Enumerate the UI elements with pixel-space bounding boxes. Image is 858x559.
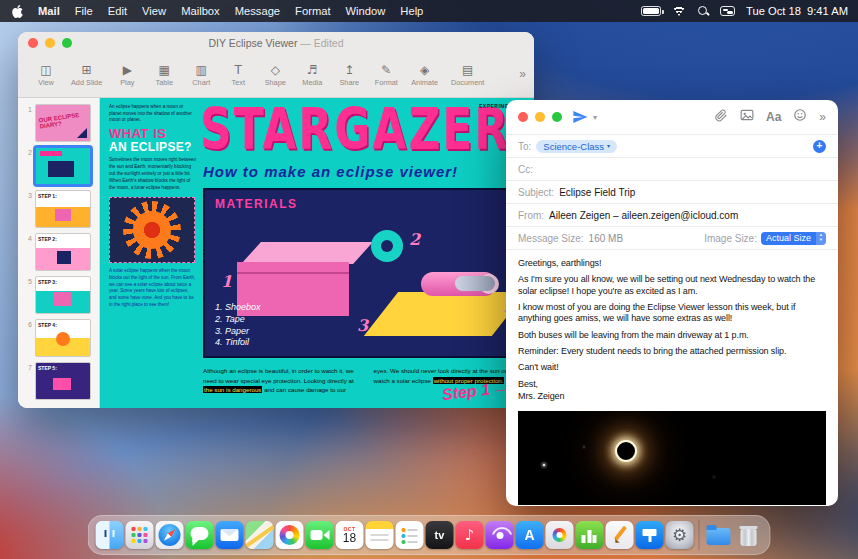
app-store-dock-icon[interactable] [516, 521, 544, 549]
image-size-select[interactable]: Actual Size [761, 232, 826, 245]
attach-icon[interactable] [715, 108, 728, 126]
menu-item-message[interactable]: Message [235, 5, 280, 17]
table-icon: ▦ [159, 64, 170, 76]
keynote-tool-share[interactable]: ↥Share [337, 64, 361, 87]
slide-thumbnail-3[interactable]: 3STEP 1: [20, 190, 94, 228]
notes-dock-icon[interactable] [366, 521, 394, 549]
launchpad-dock-icon[interactable] [126, 521, 154, 549]
menu-clock[interactable]: Tue Oct 189:41 AM [746, 5, 848, 17]
close-button[interactable] [518, 112, 528, 122]
paper-illustration [364, 292, 526, 336]
safari-dock-icon[interactable] [156, 521, 184, 549]
slide-thumbnail-1[interactable]: 1OUR ECLIPSE DIARY? [20, 104, 94, 142]
zoom-button[interactable] [552, 112, 562, 122]
mail-dock-icon[interactable] [216, 521, 244, 549]
message-body[interactable]: Greetings, earthlings!As I'm sure you al… [506, 249, 838, 411]
music-dock-icon[interactable] [456, 521, 484, 549]
shape-icon: ◇ [271, 64, 280, 76]
maps-dock-icon[interactable] [246, 521, 274, 549]
photos-dock-icon[interactable] [276, 521, 304, 549]
menu-item-view[interactable]: View [142, 5, 166, 17]
apple-menu-icon[interactable] [12, 5, 23, 18]
to-field[interactable]: To: Science-Class [506, 134, 838, 157]
format-icon[interactable]: Aa [766, 110, 781, 124]
from-value: Aileen Zeigen – aileen.zeigen@icloud.com [549, 210, 738, 221]
window-title: DIY Eclipse Viewer — Edited [18, 37, 534, 49]
more-icon[interactable] [819, 110, 826, 124]
shoebox-illustration [241, 242, 373, 264]
keynote-tool-animate[interactable]: ◈Animate [411, 64, 438, 87]
subject-field[interactable]: Subject: Eclipse Field Trip [506, 180, 838, 203]
slide-thumbnail-5[interactable]: 5STEP 3: [20, 276, 94, 314]
slide-canvas[interactable]: An eclipse happens when a moon or planet… [100, 98, 534, 408]
battery-icon[interactable] [641, 6, 661, 16]
send-options-chevron-icon[interactable] [593, 113, 597, 122]
messages-dock-icon[interactable] [186, 521, 214, 549]
menu-item-edit[interactable]: Edit [108, 5, 127, 17]
keynote-tool-view[interactable]: ◫View [34, 64, 58, 87]
eclipse-photo-attachment[interactable] [518, 411, 826, 505]
add-recipient-button[interactable] [813, 140, 826, 153]
tv-dock-icon[interactable] [426, 521, 454, 549]
material-item: 3. Paper [215, 326, 261, 338]
keynote-tool-add-slide[interactable]: ⊞Add Slide [71, 64, 102, 87]
format-icon: ✎ [381, 64, 391, 76]
highlighted-text: the sun is dangerous [203, 386, 262, 393]
calendar-dock-icon[interactable]: OCT18 [336, 521, 364, 549]
keynote-tool-play[interactable]: ▶Play [115, 64, 139, 87]
mail-compose-window: Aa To: Science-Class Cc: Subject: Eclips… [506, 100, 838, 506]
slide-heading-line2: AN ECLIPSE? [109, 140, 197, 154]
menu-item-window[interactable]: Window [346, 5, 386, 17]
slide-thumbnail-6[interactable]: 6STEP 4: [20, 319, 94, 357]
keynote-dock-icon[interactable] [636, 521, 664, 549]
play-icon: ▶ [123, 64, 132, 76]
finder-dock-icon[interactable] [96, 521, 124, 549]
keynote-tool-format[interactable]: ✎Format [374, 64, 398, 87]
keynote-tool-table[interactable]: ▦Table [152, 64, 176, 87]
system-settings-dock-icon[interactable] [666, 521, 694, 549]
slide-headline: STARGAZERS [200, 102, 534, 158]
control-center-icon[interactable] [720, 6, 735, 16]
keynote-tool-document[interactable]: ▤Document [451, 64, 484, 87]
photo-booth-dock-icon[interactable] [546, 521, 574, 549]
slide-thumbnail-2[interactable]: 2 [20, 147, 94, 185]
keynote-tool-media[interactable]: ♬Media [300, 64, 324, 87]
emoji-icon[interactable] [793, 108, 807, 126]
downloads-folder-dock-icon[interactable] [705, 521, 733, 549]
keynote-toolbar: ◫View⊞Add Slide▶Play▦Table▥ChartTText◇Sh… [18, 54, 534, 98]
wifi-icon[interactable] [672, 6, 686, 16]
slide-thumbnail-4[interactable]: 4STEP 2: [20, 233, 94, 271]
recipient-token[interactable]: Science-Class [536, 140, 617, 153]
trash-dock-icon[interactable] [735, 521, 763, 549]
menu-item-format[interactable]: Format [295, 5, 330, 17]
message-size-value: 160 MB [589, 233, 623, 244]
from-field[interactable]: From: Aileen Zeigen – aileen.zeigen@iclo… [506, 203, 838, 226]
material-item: 2. Tape [215, 314, 261, 326]
keynote-tool-chart[interactable]: ▥Chart [189, 64, 213, 87]
cc-field[interactable]: Cc: [506, 157, 838, 180]
send-icon[interactable] [572, 109, 588, 125]
menu-item-file[interactable]: File [75, 5, 93, 17]
material-item: 4. Tinfoil [215, 337, 261, 349]
pages-dock-icon[interactable] [606, 521, 634, 549]
keynote-tool-shape[interactable]: ◇Shape [263, 64, 287, 87]
podcasts-dock-icon[interactable] [486, 521, 514, 549]
numbers-dock-icon[interactable] [576, 521, 604, 549]
document-icon: ▤ [462, 64, 473, 76]
keynote-tool-text[interactable]: TText [226, 64, 250, 87]
slide-thumbnail-7[interactable]: 7STEP 5: [20, 362, 94, 400]
slide-navigator: 1OUR ECLIPSE DIARY?23STEP 1:4STEP 2:5STE… [18, 98, 100, 408]
eclipse-ring [615, 440, 637, 462]
menu-item-mailbox[interactable]: Mailbox [181, 5, 220, 17]
share-icon: ↥ [344, 64, 354, 76]
menu-item-help[interactable]: Help [400, 5, 423, 17]
photo-browser-icon[interactable] [740, 108, 754, 126]
facetime-dock-icon[interactable] [306, 521, 334, 549]
minimize-button[interactable] [535, 112, 545, 122]
size-row: Message Size: 160 MB Image Size: Actual … [506, 226, 838, 249]
search-icon[interactable] [697, 5, 709, 17]
toolbar-overflow-icon[interactable] [519, 67, 526, 81]
menu-app-name[interactable]: Mail [38, 5, 60, 17]
reminders-dock-icon[interactable] [396, 521, 424, 549]
thumbnail-label: STEP 1: [38, 193, 57, 199]
